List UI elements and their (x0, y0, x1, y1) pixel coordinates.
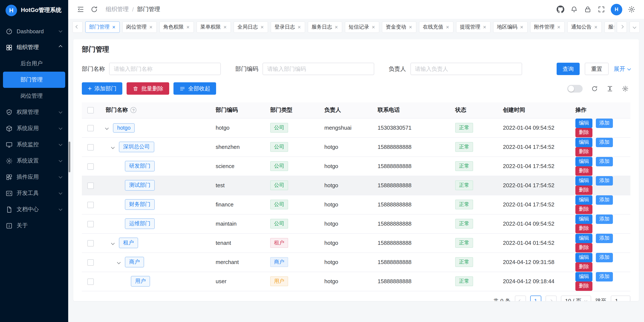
sidebar-item-plugins[interactable]: 插件应用 (0, 169, 68, 185)
delete-button[interactable]: 删除 (576, 224, 592, 233)
tab[interactable]: 短信记录 (345, 21, 379, 33)
sidebar-subitem-post[interactable]: 岗位管理 (0, 88, 68, 104)
add-dept-button[interactable]: 添加部门 (82, 82, 122, 95)
tab[interactable]: 服务 (604, 21, 614, 33)
tab-close-icon[interactable] (520, 24, 524, 30)
row-checkbox[interactable] (87, 240, 94, 246)
add-button[interactable]: 添加 (596, 176, 613, 185)
reset-button[interactable]: 重置 (585, 63, 608, 75)
row-checkbox[interactable] (87, 125, 94, 131)
tab-close-icon[interactable] (260, 24, 264, 30)
avatar[interactable]: H (611, 4, 622, 15)
delete-button[interactable]: 删除 (576, 166, 592, 175)
edit-button[interactable]: 编辑 (576, 195, 592, 204)
striped-toggle-switch[interactable] (567, 85, 583, 92)
edit-button[interactable]: 编辑 (576, 214, 592, 224)
tabs-scroll-right-button[interactable] (617, 21, 627, 33)
sidebar-subitem-backend-users[interactable]: 后台用户 (0, 56, 68, 72)
tab[interactable]: 全局日志 (234, 21, 268, 33)
sidebar-item-system-monitor[interactable]: 系统监控 (0, 136, 68, 153)
tab-close-icon[interactable] (186, 24, 190, 30)
tab[interactable]: 服务日志 (308, 21, 342, 33)
tab-close-icon[interactable] (557, 24, 561, 30)
tab-close-icon[interactable] (334, 24, 338, 30)
sidebar-item-system-settings[interactable]: 系统设置 (0, 153, 68, 169)
tree-expand-icon[interactable] (118, 261, 125, 263)
tab[interactable]: 菜单权限 (196, 21, 231, 33)
add-button[interactable]: 添加 (596, 253, 613, 262)
leader-input[interactable] (410, 63, 522, 75)
app-logo[interactable]: H HotGo管理系统 (0, 0, 68, 21)
next-page-button[interactable] (545, 295, 556, 301)
tab[interactable]: 资金变动 (382, 21, 416, 33)
tab[interactable]: 在线充值 (419, 21, 454, 33)
select-all-checkbox[interactable] (87, 107, 94, 114)
table-settings-icon[interactable] (620, 83, 630, 94)
tab[interactable]: 通知公告 (567, 21, 602, 33)
dept-name-tag[interactable]: 运维部门 (125, 218, 155, 229)
row-checkbox[interactable] (87, 144, 94, 150)
row-checkbox[interactable] (87, 221, 94, 227)
dept-code-input[interactable] (262, 63, 374, 75)
row-checkbox[interactable] (87, 259, 94, 265)
delete-button[interactable]: 删除 (576, 281, 592, 291)
tab[interactable]: 提现管理 (456, 21, 490, 33)
sidebar-item-org[interactable]: 组织管理 (0, 39, 68, 56)
delete-button[interactable]: 删除 (576, 147, 592, 156)
delete-button[interactable]: 删除 (576, 204, 592, 214)
sidebar-item-devtools[interactable]: 开发工具 (0, 185, 68, 201)
add-button[interactable]: 添加 (596, 157, 613, 166)
page-size-select[interactable]: 10 / 页 (561, 295, 591, 301)
edit-button[interactable]: 编辑 (576, 157, 592, 166)
github-icon[interactable] (554, 3, 567, 16)
tab-close-icon[interactable] (371, 24, 376, 30)
edit-button[interactable]: 编辑 (576, 118, 592, 128)
fullscreen-icon[interactable] (595, 3, 608, 16)
tree-expand-icon[interactable] (112, 242, 119, 244)
delete-button[interactable]: 删除 (576, 243, 592, 252)
tabs-dropdown-button[interactable] (630, 21, 640, 33)
sidebar-item-about[interactable]: 关于 (0, 217, 68, 234)
column-height-icon[interactable] (605, 83, 615, 94)
tab-close-icon[interactable] (408, 24, 412, 30)
scrollbar-thumb[interactable] (68, 142, 70, 172)
delete-button[interactable]: 删除 (576, 262, 592, 271)
dept-name-tag[interactable]: 租户 (119, 237, 138, 248)
tab[interactable]: 登录日志 (271, 21, 305, 33)
tree-expand-icon[interactable] (106, 127, 113, 129)
refresh-icon[interactable] (88, 3, 100, 16)
tab[interactable]: 岗位管理 (122, 21, 157, 33)
dept-name-tag[interactable]: 商户 (125, 257, 144, 267)
dept-name-tag[interactable]: hotgo (113, 123, 135, 132)
current-page-button[interactable]: 1 (530, 295, 541, 301)
edit-button[interactable]: 编辑 (576, 176, 592, 185)
add-button[interactable]: 添加 (596, 214, 613, 224)
sidebar-item-dashboard[interactable]: Dashboard (0, 23, 68, 39)
add-button[interactable]: 添加 (596, 195, 613, 204)
query-button[interactable]: 查询 (557, 63, 580, 75)
row-checkbox[interactable] (87, 182, 94, 189)
tab-close-icon[interactable] (112, 24, 116, 30)
tab-close-icon[interactable] (482, 24, 487, 30)
prev-page-button[interactable] (515, 295, 526, 301)
row-checkbox[interactable] (87, 201, 94, 208)
dept-name-input[interactable] (109, 63, 221, 75)
dept-name-tag[interactable]: 用户 (131, 276, 150, 287)
dept-name-tag[interactable]: 深圳总公司 (119, 142, 154, 152)
edit-button[interactable]: 编辑 (576, 253, 592, 262)
expand-filters-toggle[interactable]: 展开 (614, 65, 630, 73)
edit-button[interactable]: 编辑 (576, 272, 592, 281)
tree-expand-icon[interactable] (112, 146, 119, 148)
bell-icon[interactable] (568, 3, 580, 16)
dept-name-tag[interactable]: 财务部门 (125, 199, 155, 210)
settings-icon[interactable] (625, 3, 638, 16)
table-refresh-icon[interactable] (590, 83, 600, 94)
collapse-all-button[interactable]: 全部收起 (174, 82, 216, 95)
tab-close-icon[interactable] (223, 24, 227, 30)
add-button[interactable]: 添加 (596, 272, 613, 281)
sidebar-item-permission[interactable]: 权限管理 (0, 104, 68, 120)
tab-close-icon[interactable] (149, 24, 153, 30)
help-icon[interactable] (130, 107, 136, 113)
tab-close-icon[interactable] (446, 24, 450, 30)
edit-button[interactable]: 编辑 (576, 138, 592, 147)
